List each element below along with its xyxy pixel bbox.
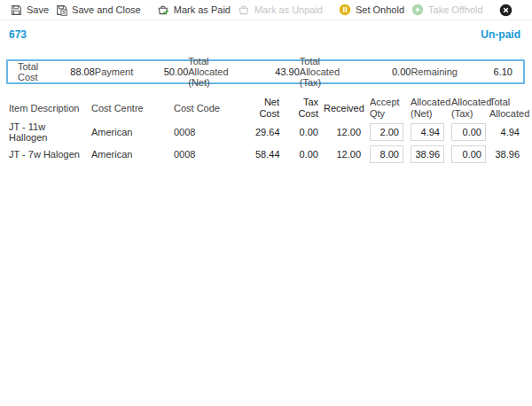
cost-code-cell: 0008	[174, 127, 255, 137]
take-offhold-label: Take Offhold	[428, 4, 483, 15]
summary-payment: Payment 50.00	[95, 66, 188, 77]
total-allocated-cell: 4.94	[489, 127, 525, 137]
set-onhold-button[interactable]: Set Onhold	[335, 2, 408, 18]
take-offhold-button[interactable]: Take Offhold	[408, 2, 487, 18]
save-and-close-icon	[56, 4, 67, 16]
clear-selection-button[interactable]	[496, 2, 516, 19]
summary-value: 50.00	[158, 66, 188, 77]
received-cell: 12.00	[324, 149, 366, 160]
cost-code-cell: 0008	[174, 149, 255, 160]
summary-bar: Total Cost 88.08 Payment 50.00 Total All…	[6, 59, 525, 84]
summary-label: Payment	[95, 66, 133, 77]
summary-total-cost: Total Cost 88.08	[18, 61, 95, 82]
allocated-net-input[interactable]	[411, 123, 444, 141]
status-badge: Un-paid	[481, 28, 520, 41]
basket-unpaid-icon	[238, 4, 250, 16]
net-cost-cell: 29.64	[255, 127, 285, 137]
table-header-row: Item Description Cost Centre Cost Code N…	[9, 96, 525, 121]
item-description-cell: JT - 11w Hallogen	[9, 121, 91, 143]
table-row: JT - 11w Hallogen American 0008 29.64 0.…	[9, 121, 525, 143]
mark-as-paid-button[interactable]: Mark as Paid	[153, 2, 234, 18]
col-header-allocated-net: Allocated (Net)	[407, 97, 448, 120]
summary-value: 0.00	[380, 66, 411, 77]
cost-centre-cell: American	[91, 149, 174, 160]
record-header: 673 Un-paid	[0, 20, 532, 41]
allocated-tax-input[interactable]	[451, 145, 486, 163]
summary-total-allocated-net: Total Allocated (Net) 43.90	[188, 56, 300, 88]
accept-qty-input[interactable]	[370, 145, 403, 163]
tax-cost-cell: 0.00	[285, 149, 324, 160]
save-and-close-button[interactable]: Save and Close	[52, 3, 145, 18]
allocation-table: Item Description Cost Centre Cost Code N…	[9, 96, 525, 165]
summary-label: Remaining	[411, 66, 458, 77]
summary-value: 6.10	[482, 66, 512, 77]
allocated-net-input[interactable]	[411, 145, 444, 163]
table-row: JT - 7w Halogen American 0008 58.44 0.00…	[9, 143, 525, 165]
tax-cost-cell: 0.00	[285, 127, 324, 137]
col-header-tax-cost: Tax Cost	[285, 97, 324, 120]
summary-value: 43.90	[270, 66, 300, 77]
mark-as-unpaid-label: Mark as Unpaid	[254, 4, 323, 15]
close-circle-icon	[499, 4, 512, 17]
save-and-close-label: Save and Close	[72, 4, 141, 15]
net-cost-cell: 58.44	[255, 149, 285, 160]
save-button[interactable]: Save	[7, 3, 52, 18]
pause-circle-icon	[339, 4, 351, 16]
col-header-total-allocated: Total Allocated	[489, 97, 525, 120]
accept-qty-input[interactable]	[370, 123, 403, 141]
col-header-cost-code: Cost Code	[174, 103, 255, 114]
play-circle-icon	[411, 4, 424, 16]
col-header-accept-qty: Accept Qty	[366, 97, 407, 120]
col-header-item-description: Item Description	[9, 103, 91, 114]
summary-remaining: Remaining 6.10	[411, 66, 512, 77]
set-onhold-label: Set Onhold	[356, 4, 404, 15]
toolbar: Save Save and Close Mark as Paid	[0, 0, 532, 20]
allocated-tax-input[interactable]	[451, 123, 486, 141]
record-id: 673	[9, 28, 27, 41]
mark-as-paid-label: Mark as Paid	[174, 4, 231, 15]
summary-total-allocated-tax: Total Allocated (Tax) 0.00	[300, 56, 411, 88]
total-allocated-cell: 38.96	[489, 149, 525, 160]
summary-label: Total Allocated (Net)	[188, 56, 245, 88]
summary-label: Total Cost	[18, 61, 40, 82]
col-header-cost-centre: Cost Centre	[91, 103, 174, 114]
col-header-allocated-tax: Allocated (Tax)	[448, 97, 489, 120]
col-header-net-cost: Net Cost	[255, 97, 285, 120]
summary-value: 88.08	[65, 66, 95, 77]
summary-label: Total Allocated (Tax)	[300, 56, 356, 88]
col-header-received: Received	[324, 103, 366, 114]
item-description-cell: JT - 7w Halogen	[9, 149, 91, 160]
save-label: Save	[27, 4, 49, 15]
mark-as-unpaid-button[interactable]: Mark as Unpaid	[234, 2, 326, 18]
cost-centre-cell: American	[91, 127, 174, 137]
save-icon	[11, 4, 22, 16]
received-cell: 12.00	[324, 127, 366, 137]
basket-paid-icon	[157, 4, 169, 16]
